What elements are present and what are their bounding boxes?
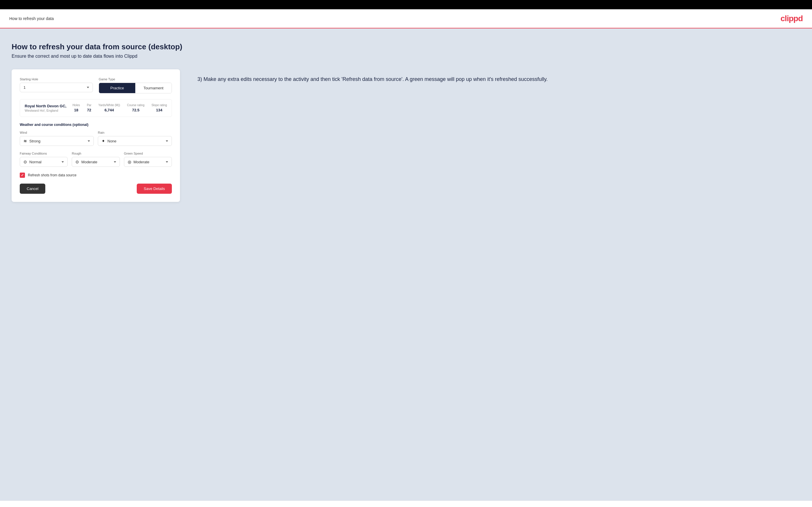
course-info: Royal North Devon GC, Westward Ho!, Engl… <box>25 104 72 112</box>
form-row-top: Starting Hole 1 Game Type Practice Tourn… <box>20 77 172 94</box>
rough-value: Moderate <box>81 160 113 164</box>
refresh-checkbox-row: Refresh shots from data source <box>20 173 172 178</box>
starting-hole-value: 1 <box>23 85 87 90</box>
page-subtitle: Ensure the correct and most up to date d… <box>12 54 800 59</box>
game-type-toggle: Practice Tournament <box>99 83 172 94</box>
course-location: Westward Ho!, England <box>25 109 72 112</box>
slope-rating-value: 134 <box>156 108 162 112</box>
chevron-down-icon <box>61 161 64 163</box>
wind-icon: ≋ <box>23 138 27 143</box>
main-content: How to refresh your data from source (de… <box>0 29 812 501</box>
wind-select[interactable]: ≋ Strong <box>20 136 94 146</box>
slope-rating-label: Slope rating <box>152 104 167 107</box>
rain-label: Rain <box>98 131 172 134</box>
rough-label: Rough <box>72 152 119 155</box>
rain-select[interactable]: ✦ None <box>98 136 172 146</box>
chevron-down-icon <box>88 140 90 142</box>
fairway-group: Fairway Conditions ⊙ Normal <box>20 152 68 167</box>
chevron-down-icon <box>166 161 168 163</box>
course-rating-label: Course rating <box>127 104 145 107</box>
green-speed-select[interactable]: ◎ Moderate <box>124 157 172 167</box>
header: How to refresh your data clippd <box>0 9 812 29</box>
rain-icon: ✦ <box>102 138 105 143</box>
course-card: Royal North Devon GC, Westward Ho!, Engl… <box>20 99 172 117</box>
rough-select[interactable]: ⊙ Moderate <box>72 157 119 167</box>
yards-stat: Yards/White (M)) 6,744 <box>98 104 120 113</box>
wind-label: Wind <box>20 131 94 134</box>
par-value: 72 <box>87 108 91 112</box>
game-type-label: Game Type <box>99 77 172 81</box>
practice-button[interactable]: Practice <box>99 83 135 93</box>
page-title: How to refresh your data from source (de… <box>12 42 800 51</box>
course-rating-stat: Course rating 72.5 <box>127 104 145 113</box>
chevron-down-icon <box>114 161 116 163</box>
holes-label: Holes <box>72 104 80 107</box>
fairway-value: Normal <box>29 160 61 164</box>
chevron-down-icon <box>87 87 89 88</box>
holes-value: 18 <box>74 108 78 112</box>
breadcrumb: How to refresh your data <box>9 16 54 21</box>
chevron-down-icon <box>166 140 168 142</box>
yards-value: 6,744 <box>104 108 114 112</box>
course-rating-value: 72.5 <box>132 108 139 112</box>
conditions-grid-top: Wind ≋ Strong Rain ✦ None <box>20 131 172 146</box>
green-speed-label: Green Speed <box>124 152 172 155</box>
footer: Copyright Clippd 2022 <box>0 501 812 507</box>
yards-label: Yards/White (M)) <box>98 104 120 107</box>
form-panel: Starting Hole 1 Game Type Practice Tourn… <box>12 69 180 202</box>
save-button[interactable]: Save Details <box>137 184 172 194</box>
button-row: Cancel Save Details <box>20 184 172 194</box>
logo: clippd <box>781 14 803 23</box>
top-bar <box>0 0 812 9</box>
green-speed-icon: ◎ <box>128 160 131 164</box>
green-speed-value: Moderate <box>134 160 166 164</box>
par-label: Par <box>87 104 92 107</box>
starting-hole-select[interactable]: 1 <box>20 83 93 92</box>
wind-value: Strong <box>29 139 88 143</box>
content-layout: Starting Hole 1 Game Type Practice Tourn… <box>12 69 800 202</box>
green-speed-group: Green Speed ◎ Moderate <box>124 152 172 167</box>
instruction-panel: 3) Make any extra edits necessary to the… <box>197 69 800 83</box>
course-stats: Holes 18 Par 72 Yards/White (M)) 6,744 C… <box>72 104 167 113</box>
rough-icon: ⊙ <box>75 160 79 164</box>
refresh-label: Refresh shots from data source <box>28 173 77 177</box>
rain-group: Rain ✦ None <box>98 131 172 146</box>
game-type-group: Game Type Practice Tournament <box>99 77 172 94</box>
conditions-grid-bottom: Fairway Conditions ⊙ Normal Rough ⊙ Mode… <box>20 152 172 167</box>
fairway-icon: ⊙ <box>23 160 27 164</box>
wind-group: Wind ≋ Strong <box>20 131 94 146</box>
slope-rating-stat: Slope rating 134 <box>152 104 167 113</box>
weather-section-title: Weather and course conditions (optional) <box>20 123 172 127</box>
rough-group: Rough ⊙ Moderate <box>72 152 119 167</box>
tournament-button[interactable]: Tournament <box>135 83 171 93</box>
holes-stat: Holes 18 <box>72 104 80 113</box>
refresh-checkbox[interactable] <box>20 173 25 178</box>
par-stat: Par 72 <box>87 104 92 113</box>
course-name: Royal North Devon GC, <box>25 104 72 108</box>
fairway-select[interactable]: ⊙ Normal <box>20 157 68 167</box>
starting-hole-group: Starting Hole 1 <box>20 77 93 94</box>
starting-hole-label: Starting Hole <box>20 77 93 81</box>
rain-value: None <box>107 139 166 143</box>
instruction-text: 3) Make any extra edits necessary to the… <box>197 75 800 83</box>
fairway-label: Fairway Conditions <box>20 152 68 155</box>
cancel-button[interactable]: Cancel <box>20 184 45 194</box>
